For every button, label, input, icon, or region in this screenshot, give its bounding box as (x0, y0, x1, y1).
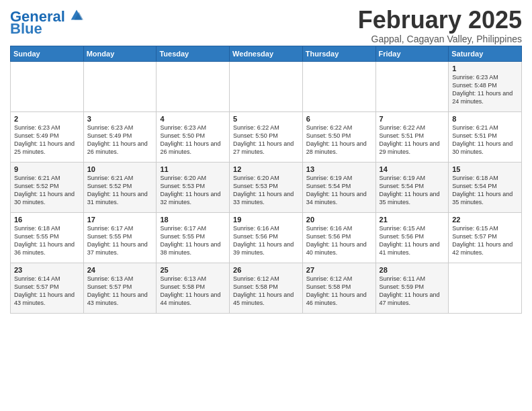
calendar-table: SundayMondayTuesdayWednesdayThursdayFrid… (10, 46, 522, 314)
day-number: 21 (380, 216, 445, 224)
calendar-cell: 15Sunrise: 6:18 AM Sunset: 5:54 PM Dayli… (449, 162, 522, 212)
day-info: Sunrise: 6:17 AM Sunset: 5:55 PM Dayligh… (87, 224, 153, 257)
calendar-cell (83, 61, 157, 111)
day-info: Sunrise: 6:23 AM Sunset: 5:50 PM Dayligh… (160, 124, 226, 156)
day-info: Sunrise: 6:22 AM Sunset: 5:51 PM Dayligh… (380, 124, 445, 156)
day-info: Sunrise: 6:23 AM Sunset: 5:49 PM Dayligh… (14, 124, 80, 156)
calendar-cell: 5Sunrise: 6:22 AM Sunset: 5:50 PM Daylig… (230, 111, 303, 162)
weekday-header-monday: Monday (83, 46, 157, 61)
day-info: Sunrise: 6:12 AM Sunset: 5:58 PM Dayligh… (306, 275, 372, 308)
day-info: Sunrise: 6:23 AM Sunset: 5:48 PM Dayligh… (452, 73, 518, 106)
calendar-cell: 7Sunrise: 6:22 AM Sunset: 5:51 PM Daylig… (375, 111, 449, 162)
weekday-header-tuesday: Tuesday (157, 46, 230, 61)
day-number: 3 (87, 115, 153, 123)
calendar-cell: 10Sunrise: 6:21 AM Sunset: 5:52 PM Dayli… (83, 162, 157, 212)
calendar-cell (230, 61, 303, 111)
calendar-cell: 17Sunrise: 6:17 AM Sunset: 5:55 PM Dayli… (83, 212, 157, 263)
day-info: Sunrise: 6:21 AM Sunset: 5:51 PM Dayligh… (452, 124, 518, 156)
day-number: 26 (233, 266, 299, 274)
day-info: Sunrise: 6:20 AM Sunset: 5:53 PM Dayligh… (160, 174, 226, 207)
day-number: 24 (87, 266, 153, 274)
calendar-cell: 19Sunrise: 6:16 AM Sunset: 5:56 PM Dayli… (230, 212, 303, 263)
calendar-cell (302, 61, 375, 111)
calendar-cell: 11Sunrise: 6:20 AM Sunset: 5:53 PM Dayli… (157, 162, 230, 212)
calendar-cell (375, 61, 449, 111)
day-number: 9 (14, 165, 80, 173)
calendar-cell: 26Sunrise: 6:12 AM Sunset: 5:58 PM Dayli… (230, 263, 303, 313)
day-number: 1 (452, 64, 518, 73)
day-number: 22 (452, 216, 518, 224)
weekday-header-friday: Friday (375, 46, 449, 61)
header: General Blue February 2025 Gappal, Cagay… (10, 7, 522, 44)
day-number: 18 (160, 216, 226, 224)
day-info: Sunrise: 6:14 AM Sunset: 5:57 PM Dayligh… (14, 275, 80, 308)
day-info: Sunrise: 6:21 AM Sunset: 5:52 PM Dayligh… (14, 174, 80, 207)
day-info: Sunrise: 6:17 AM Sunset: 5:55 PM Dayligh… (160, 224, 226, 257)
month-title: February 2025 (358, 7, 522, 34)
day-number: 12 (233, 165, 299, 173)
calendar-cell: 23Sunrise: 6:14 AM Sunset: 5:57 PM Dayli… (11, 263, 84, 313)
day-info: Sunrise: 6:15 AM Sunset: 5:56 PM Dayligh… (380, 224, 445, 257)
day-number: 20 (306, 216, 372, 224)
day-info: Sunrise: 6:12 AM Sunset: 5:58 PM Dayligh… (233, 275, 299, 308)
day-info: Sunrise: 6:18 AM Sunset: 5:54 PM Dayligh… (452, 174, 518, 207)
calendar-cell: 9Sunrise: 6:21 AM Sunset: 5:52 PM Daylig… (11, 162, 84, 212)
title-block: February 2025 Gappal, Cagayan Valley, Ph… (358, 7, 522, 44)
week-row-2: 2Sunrise: 6:23 AM Sunset: 5:49 PM Daylig… (11, 111, 522, 162)
calendar-cell (157, 61, 230, 111)
calendar-cell: 12Sunrise: 6:20 AM Sunset: 5:53 PM Dayli… (230, 162, 303, 212)
day-number: 25 (160, 266, 226, 274)
weekday-header-row: SundayMondayTuesdayWednesdayThursdayFrid… (11, 46, 522, 61)
calendar-cell: 28Sunrise: 6:11 AM Sunset: 5:59 PM Dayli… (375, 263, 449, 313)
calendar-cell: 8Sunrise: 6:21 AM Sunset: 5:51 PM Daylig… (449, 111, 522, 162)
page-container: General Blue February 2025 Gappal, Cagay… (0, 0, 532, 320)
day-number: 11 (160, 165, 226, 173)
calendar-cell: 13Sunrise: 6:19 AM Sunset: 5:54 PM Dayli… (302, 162, 375, 212)
day-number: 5 (233, 115, 299, 123)
location-title: Gappal, Cagayan Valley, Philippines (358, 34, 522, 44)
day-info: Sunrise: 6:16 AM Sunset: 5:56 PM Dayligh… (306, 224, 372, 257)
day-number: 15 (452, 165, 518, 173)
day-number: 13 (306, 165, 372, 173)
day-info: Sunrise: 6:19 AM Sunset: 5:54 PM Dayligh… (306, 174, 372, 207)
day-number: 23 (14, 266, 80, 274)
calendar-cell: 22Sunrise: 6:15 AM Sunset: 5:57 PM Dayli… (449, 212, 522, 263)
day-number: 6 (306, 115, 372, 123)
day-number: 2 (14, 115, 80, 123)
calendar-cell: 27Sunrise: 6:12 AM Sunset: 5:58 PM Dayli… (302, 263, 375, 313)
day-info: Sunrise: 6:20 AM Sunset: 5:53 PM Dayligh… (233, 174, 299, 207)
weekday-header-wednesday: Wednesday (230, 46, 303, 61)
calendar-cell: 16Sunrise: 6:18 AM Sunset: 5:55 PM Dayli… (11, 212, 84, 263)
day-number: 28 (380, 266, 445, 274)
logo: General Blue (10, 9, 83, 38)
calendar-cell: 21Sunrise: 6:15 AM Sunset: 5:56 PM Dayli… (375, 212, 449, 263)
day-info: Sunrise: 6:13 AM Sunset: 5:57 PM Dayligh… (87, 275, 153, 308)
calendar-cell: 1Sunrise: 6:23 AM Sunset: 5:48 PM Daylig… (449, 61, 522, 111)
weekday-header-thursday: Thursday (302, 46, 375, 61)
week-row-5: 23Sunrise: 6:14 AM Sunset: 5:57 PM Dayli… (11, 263, 522, 313)
day-info: Sunrise: 6:16 AM Sunset: 5:56 PM Dayligh… (233, 224, 299, 257)
week-row-3: 9Sunrise: 6:21 AM Sunset: 5:52 PM Daylig… (11, 162, 522, 212)
logo-icon (70, 8, 83, 21)
day-info: Sunrise: 6:18 AM Sunset: 5:55 PM Dayligh… (14, 224, 80, 257)
weekday-header-saturday: Saturday (449, 46, 522, 61)
calendar-cell: 3Sunrise: 6:23 AM Sunset: 5:49 PM Daylig… (83, 111, 157, 162)
calendar-cell: 14Sunrise: 6:19 AM Sunset: 5:54 PM Dayli… (375, 162, 449, 212)
day-number: 7 (380, 115, 445, 123)
day-number: 14 (380, 165, 445, 173)
calendar-cell: 24Sunrise: 6:13 AM Sunset: 5:57 PM Dayli… (83, 263, 157, 313)
day-info: Sunrise: 6:19 AM Sunset: 5:54 PM Dayligh… (380, 174, 445, 207)
day-info: Sunrise: 6:22 AM Sunset: 5:50 PM Dayligh… (306, 124, 372, 156)
calendar-cell: 4Sunrise: 6:23 AM Sunset: 5:50 PM Daylig… (157, 111, 230, 162)
week-row-1: 1Sunrise: 6:23 AM Sunset: 5:48 PM Daylig… (11, 61, 522, 111)
calendar-cell: 18Sunrise: 6:17 AM Sunset: 5:55 PM Dayli… (157, 212, 230, 263)
day-number: 8 (452, 115, 518, 123)
weekday-header-sunday: Sunday (11, 46, 84, 61)
calendar-cell: 25Sunrise: 6:13 AM Sunset: 5:58 PM Dayli… (157, 263, 230, 313)
calendar-cell: 2Sunrise: 6:23 AM Sunset: 5:49 PM Daylig… (11, 111, 84, 162)
day-info: Sunrise: 6:22 AM Sunset: 5:50 PM Dayligh… (233, 124, 299, 156)
day-info: Sunrise: 6:23 AM Sunset: 5:49 PM Dayligh… (87, 124, 153, 156)
calendar-cell: 20Sunrise: 6:16 AM Sunset: 5:56 PM Dayli… (302, 212, 375, 263)
day-info: Sunrise: 6:21 AM Sunset: 5:52 PM Dayligh… (87, 174, 153, 207)
week-row-4: 16Sunrise: 6:18 AM Sunset: 5:55 PM Dayli… (11, 212, 522, 263)
